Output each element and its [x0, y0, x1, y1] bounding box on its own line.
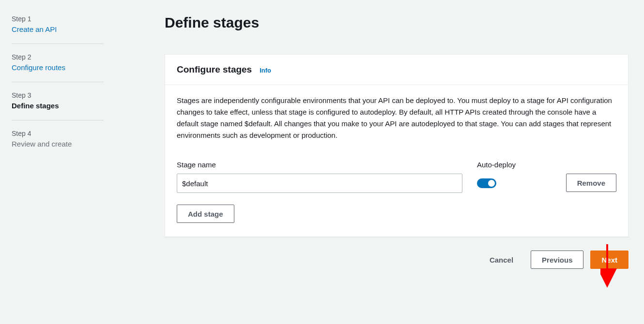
wizard-sidebar: Step 1 Create an API Step 2 Configure ro… [0, 0, 131, 279]
step-title[interactable]: Configure routes [12, 62, 121, 74]
step-4: Step 4 Review and create [12, 129, 121, 158]
stage-name-label: Stage name [177, 161, 462, 169]
step-title: Review and create [12, 139, 121, 150]
step-2[interactable]: Step 2 Configure routes [12, 53, 121, 82]
next-button[interactable]: Next [590, 250, 629, 269]
remove-button[interactable]: Remove [566, 174, 616, 192]
panel-heading: Configure stages [177, 64, 252, 75]
step-label: Step 1 [12, 15, 121, 24]
step-title[interactable]: Create an API [12, 24, 121, 35]
step-label: Step 3 [12, 91, 121, 101]
cancel-button[interactable]: Cancel [479, 250, 524, 269]
step-title: Define stages [12, 101, 121, 112]
stage-name-input[interactable] [177, 174, 462, 193]
toggle-knob [488, 180, 495, 187]
panel-body: Stages are independently configurable en… [165, 85, 628, 236]
stage-row: Stage name Auto-deploy Remove [177, 161, 616, 193]
divider [12, 120, 104, 120]
auto-deploy-field: Auto-deploy [477, 161, 545, 193]
info-link[interactable]: Info [260, 67, 271, 74]
step-label: Step 2 [12, 53, 121, 62]
step-1[interactable]: Step 1 Create an API [12, 15, 121, 44]
step-3: Step 3 Define stages [12, 91, 121, 120]
configure-stages-panel: Configure stages Info Stages are indepen… [165, 54, 629, 237]
step-label: Step 4 [12, 129, 121, 139]
main-content: Define stages Configure stages Info Stag… [131, 0, 644, 279]
stage-name-field: Stage name [177, 161, 462, 193]
previous-button[interactable]: Previous [531, 250, 583, 269]
auto-deploy-toggle[interactable] [477, 178, 496, 188]
panel-header: Configure stages Info [165, 55, 628, 85]
wizard-footer: Cancel Previous Next [165, 250, 629, 269]
panel-description: Stages are independently configurable en… [177, 95, 616, 141]
divider [12, 44, 104, 44]
divider [12, 82, 104, 82]
add-stage-button[interactable]: Add stage [177, 205, 234, 223]
remove-field: Remove [566, 161, 616, 192]
page-title: Define stages [165, 15, 629, 31]
auto-deploy-label: Auto-deploy [477, 161, 545, 169]
